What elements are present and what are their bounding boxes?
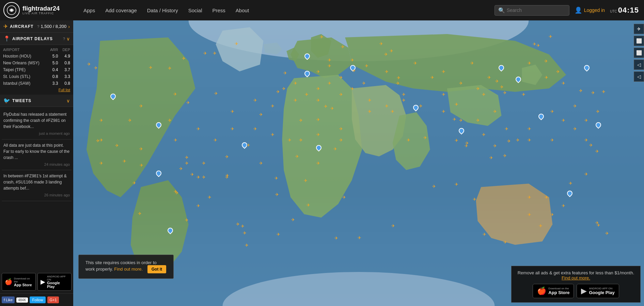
airport-pin[interactable] bbox=[156, 122, 161, 129]
aircraft-marker[interactable]: ✈ bbox=[495, 79, 500, 84]
aircraft-marker[interactable]: ✈ bbox=[139, 147, 144, 151]
aircraft-marker[interactable]: ✈ bbox=[459, 118, 464, 123]
aircraft-marker[interactable]: ✈ bbox=[342, 195, 347, 200]
aircraft-marker[interactable]: ✈ bbox=[522, 92, 527, 97]
aircraft-marker[interactable]: ✈ bbox=[473, 197, 477, 202]
nav-add-coverage[interactable]: Add coverage bbox=[104, 6, 139, 15]
aircraft-marker[interactable]: ✈ bbox=[482, 92, 487, 97]
airport-pin[interactable] bbox=[596, 122, 601, 129]
airport-pin[interactable] bbox=[516, 77, 521, 83]
airport-help[interactable]: ? bbox=[63, 37, 65, 41]
tweets-panel[interactable]: 🐦 TWEETS ∨ bbox=[0, 95, 73, 107]
airport-table-row[interactable]: St. Louis (STL)0.83.3 bbox=[2, 73, 72, 80]
aircraft-marker[interactable]: ✈ bbox=[528, 61, 532, 66]
aircraft-marker[interactable]: ✈ bbox=[493, 144, 498, 148]
aircraft-marker[interactable]: ✈ bbox=[253, 127, 258, 131]
aircraft-marker[interactable]: ✈ bbox=[339, 75, 344, 80]
aircraft-marker[interactable]: ✈ bbox=[94, 66, 99, 70]
airport-pin[interactable] bbox=[584, 65, 590, 72]
googleplus-button[interactable]: G+1 bbox=[47, 296, 59, 303]
aircraft-marker[interactable]: ✈ bbox=[328, 81, 332, 86]
aircraft-marker[interactable]: ✈ bbox=[544, 59, 549, 64]
search-input[interactable] bbox=[507, 7, 566, 13]
aircraft-marker[interactable]: ✈ bbox=[128, 118, 133, 123]
aircraft-marker[interactable]: ✈ bbox=[493, 109, 498, 114]
aircraft-marker[interactable]: ✈ bbox=[316, 161, 321, 166]
aircraft-marker[interactable]: ✈ bbox=[139, 104, 144, 109]
aircraft-marker[interactable]: ✈ bbox=[140, 163, 144, 168]
aircraft-marker[interactable]: ✈ bbox=[487, 75, 492, 80]
aircraft-marker[interactable]: ✈ bbox=[368, 109, 373, 114]
aircraft-marker[interactable]: ✈ bbox=[562, 204, 566, 208]
aircraft-help[interactable]: ? bbox=[37, 25, 39, 29]
twitter-follow-button[interactable]: Follow bbox=[30, 296, 46, 303]
aircraft-marker[interactable]: ✈ bbox=[115, 143, 120, 148]
ads-find-out-link[interactable]: Find out more. bbox=[562, 275, 590, 280]
aircraft-marker[interactable]: ✈ bbox=[459, 81, 464, 86]
aircraft-marker[interactable]: ✈ bbox=[175, 191, 180, 195]
aircraft-marker[interactable]: ✈ bbox=[584, 138, 589, 143]
aircraft-marker[interactable]: ✈ bbox=[419, 104, 424, 109]
aircraft-marker[interactable]: ✈ bbox=[236, 222, 241, 227]
nav-about[interactable]: About bbox=[234, 6, 251, 15]
aircraft-marker[interactable]: ✈ bbox=[442, 92, 446, 97]
airport-pin[interactable] bbox=[538, 114, 544, 120]
aircraft-marker[interactable]: ✈ bbox=[294, 81, 298, 86]
aircraft-marker[interactable]: ✈ bbox=[225, 155, 230, 159]
aircraft-marker[interactable]: ✈ bbox=[168, 66, 173, 71]
cookie-accept-button[interactable]: Got it bbox=[147, 265, 166, 273]
aircraft-marker[interactable]: ✈ bbox=[385, 69, 390, 74]
airport-pin[interactable] bbox=[459, 128, 464, 135]
airport-table-row[interactable]: Taipei (TPE)0.43.7 bbox=[2, 66, 72, 73]
aircraft-marker[interactable]: ✈ bbox=[596, 109, 601, 114]
aircraft-marker[interactable]: ✈ bbox=[507, 139, 512, 144]
aircraft-marker[interactable]: ✈ bbox=[573, 104, 578, 109]
aircraft-marker[interactable]: ✈ bbox=[339, 138, 344, 143]
aircraft-marker[interactable]: ✈ bbox=[328, 58, 332, 63]
googleplay-badge[interactable]: ▶ ANDROID APP ON Google Play bbox=[37, 273, 72, 291]
airport-pin[interactable] bbox=[304, 71, 310, 78]
cookie-link[interactable]: Find out more. bbox=[114, 267, 143, 272]
aircraft-marker[interactable]: ✈ bbox=[528, 195, 532, 200]
aircraft-marker[interactable]: ✈ bbox=[271, 132, 276, 137]
aircraft-marker[interactable]: ✈ bbox=[208, 195, 213, 200]
aircraft-marker[interactable]: ✈ bbox=[562, 118, 566, 123]
aircraft-marker[interactable]: ✈ bbox=[132, 181, 137, 186]
aircraft-marker[interactable]: ✈ bbox=[470, 61, 475, 66]
aircraft-marker[interactable]: ✈ bbox=[528, 127, 532, 131]
aircraft-marker[interactable]: ✈ bbox=[368, 98, 373, 103]
aircraft-marker[interactable]: ✈ bbox=[483, 232, 487, 237]
aircraft-marker[interactable]: ✈ bbox=[391, 224, 396, 228]
aircraft-marker[interactable]: ✈ bbox=[505, 127, 509, 131]
aircraft-marker[interactable]: ✈ bbox=[299, 118, 304, 123]
aircraft-marker[interactable]: ✈ bbox=[350, 58, 355, 63]
aircraft-marker[interactable]: ✈ bbox=[453, 117, 457, 122]
map-ctrl-3[interactable]: ⬜ bbox=[634, 48, 644, 58]
aircraft-panel[interactable]: ✈ AIRCRAFT ? 1,500 / 8,200 › bbox=[0, 20, 73, 33]
aircraft-marker[interactable]: ✈ bbox=[304, 178, 309, 183]
aircraft-marker[interactable]: ✈ bbox=[231, 127, 235, 131]
aircraft-marker[interactable]: ✈ bbox=[316, 86, 321, 91]
aircraft-marker[interactable]: ✈ bbox=[316, 98, 321, 103]
airport-pin[interactable] bbox=[156, 171, 161, 177]
aircraft-marker[interactable]: ✈ bbox=[432, 184, 437, 189]
aircraft-marker[interactable]: ✈ bbox=[539, 224, 544, 228]
aircraft-marker[interactable]: ✈ bbox=[573, 127, 578, 131]
aircraft-marker[interactable]: ✈ bbox=[407, 138, 411, 143]
aircraft-marker[interactable]: ✈ bbox=[584, 118, 589, 123]
aircraft-marker[interactable]: ✈ bbox=[476, 118, 481, 123]
aircraft-marker[interactable]: ✈ bbox=[149, 65, 154, 70]
aircraft-marker[interactable]: ✈ bbox=[185, 218, 190, 223]
aircraft-marker[interactable]: ✈ bbox=[324, 104, 329, 109]
airport-pin[interactable] bbox=[316, 145, 321, 152]
aircraft-marker[interactable]: ✈ bbox=[316, 69, 321, 74]
aircraft-marker[interactable]: ✈ bbox=[259, 112, 264, 117]
aircraft-marker[interactable]: ✈ bbox=[316, 117, 321, 122]
aircraft-marker[interactable]: ✈ bbox=[305, 92, 310, 97]
aircraft-marker[interactable]: ✈ bbox=[584, 172, 589, 177]
aircraft-marker[interactable]: ✈ bbox=[397, 76, 402, 80]
aircraft-marker[interactable]: ✈ bbox=[138, 211, 143, 216]
aircraft-marker[interactable]: ✈ bbox=[390, 49, 394, 53]
aircraft-marker[interactable]: ✈ bbox=[500, 85, 505, 90]
aircraft-marker[interactable]: ✈ bbox=[174, 138, 178, 143]
